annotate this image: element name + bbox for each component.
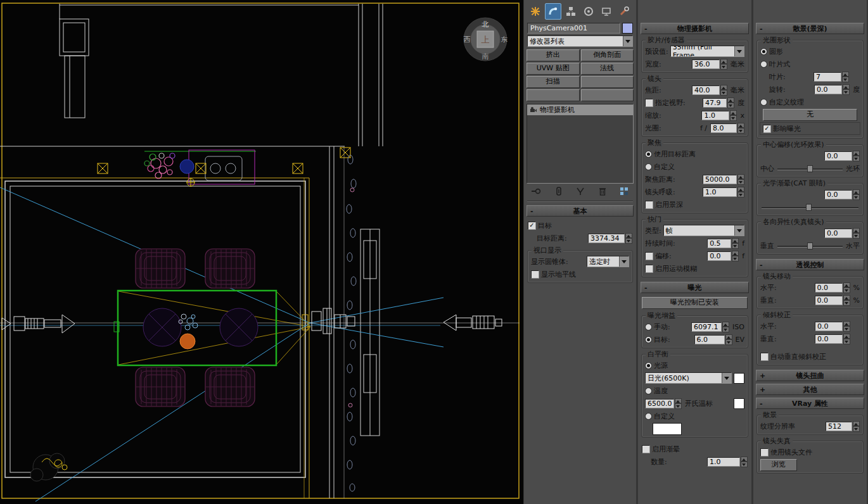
modifier-stack[interactable]: 物理摄影机 xyxy=(527,104,634,184)
spin-down-icon[interactable] xyxy=(625,238,632,244)
wb-light-color-swatch[interactable] xyxy=(734,373,744,384)
fov-field[interactable]: 47.9 xyxy=(703,98,727,108)
light-source-radio[interactable] xyxy=(645,362,652,369)
spinner[interactable] xyxy=(843,295,850,306)
enable-motion-blur-checkbox[interactable] xyxy=(645,265,653,273)
slider-handle[interactable] xyxy=(807,165,813,172)
spinner[interactable] xyxy=(720,85,727,96)
spin-up-icon[interactable] xyxy=(737,123,744,129)
spin-up-icon[interactable] xyxy=(625,233,632,239)
viewport-canvas[interactable]: 北 西 东 南 上 xyxy=(0,0,523,504)
tab-hierarchy[interactable] xyxy=(563,3,579,20)
compass-top-label[interactable]: 上 xyxy=(482,35,490,44)
film-width-field[interactable]: 36.0 xyxy=(692,60,720,69)
target-distance-field[interactable]: 3374.34 xyxy=(588,234,625,243)
wb-temp-color-swatch[interactable] xyxy=(734,398,744,409)
manual-iso-field[interactable]: 6097.1 xyxy=(691,322,722,332)
spin-down-icon[interactable] xyxy=(842,77,849,82)
spinner[interactable] xyxy=(737,123,744,134)
spinner[interactable] xyxy=(625,233,632,244)
spin-down-icon[interactable] xyxy=(730,115,737,121)
spin-down-icon[interactable] xyxy=(737,192,744,198)
spin-down-icon[interactable] xyxy=(732,256,739,261)
spin-down-icon[interactable] xyxy=(843,326,850,332)
show-horizon-checkbox[interactable] xyxy=(531,270,539,279)
chevron-down-icon[interactable] xyxy=(734,225,744,236)
spinner[interactable] xyxy=(730,110,737,121)
spinner[interactable] xyxy=(853,421,860,432)
spin-down-icon[interactable] xyxy=(720,90,727,96)
spinner[interactable] xyxy=(737,187,744,198)
optical-vignetting-field[interactable]: 0.0 xyxy=(824,190,852,199)
spin-up-icon[interactable] xyxy=(843,282,850,288)
use-target-distance-radio[interactable] xyxy=(645,151,652,158)
shift-vertical-field[interactable]: 0.0 xyxy=(815,296,843,305)
exposure-control-installed-button[interactable]: 曝光控制已安装 xyxy=(642,297,748,309)
tab-utilities[interactable] xyxy=(616,3,632,20)
browse-button[interactable]: 浏览 xyxy=(760,459,797,471)
lens-breathing-field[interactable]: 1.0 xyxy=(703,187,737,197)
show-end-result-icon[interactable] xyxy=(554,187,563,196)
show-cone-dropdown[interactable]: 选定时 xyxy=(587,256,629,267)
aperture-field[interactable]: 8.0 xyxy=(710,123,737,133)
spinner[interactable] xyxy=(720,59,727,70)
spin-down-icon[interactable] xyxy=(675,403,682,409)
spinner[interactable] xyxy=(843,282,850,293)
spin-down-icon[interactable] xyxy=(725,339,732,345)
custom-texture-radio[interactable] xyxy=(760,99,767,106)
spin-up-icon[interactable] xyxy=(727,98,734,103)
spinner[interactable] xyxy=(843,84,850,95)
spin-up-icon[interactable] xyxy=(732,238,739,244)
sweep-button[interactable]: 扫描 xyxy=(527,76,580,88)
spin-down-icon[interactable] xyxy=(843,287,850,293)
spinner[interactable] xyxy=(853,151,860,161)
spinner[interactable] xyxy=(732,238,739,249)
vignetting-amount-field[interactable]: 1.0 xyxy=(707,457,740,467)
manual-iso-radio[interactable] xyxy=(645,324,652,331)
rollout-header-basic[interactable]: - 基本 xyxy=(527,205,634,217)
empty-modifier-button[interactable] xyxy=(527,89,580,101)
temperature-radio[interactable] xyxy=(645,387,652,394)
spin-down-icon[interactable] xyxy=(853,233,860,239)
spinner[interactable] xyxy=(741,457,748,467)
chevron-down-icon[interactable] xyxy=(623,36,632,46)
auto-vertical-tilt-checkbox[interactable] xyxy=(760,353,769,361)
blue-sphere[interactable] xyxy=(180,160,194,173)
make-unique-icon[interactable] xyxy=(576,187,585,196)
remove-modifier-icon[interactable] xyxy=(598,187,607,196)
spin-down-icon[interactable] xyxy=(732,243,739,249)
zoom-field[interactable]: 1.0 xyxy=(701,111,729,120)
rollout-header-bokeh[interactable]: - 散景(景深) xyxy=(756,23,864,34)
target-checkbox[interactable]: ✓ xyxy=(528,222,536,230)
spin-up-icon[interactable] xyxy=(853,151,860,156)
slider-handle[interactable] xyxy=(806,204,812,211)
offset-field[interactable]: 0.0 xyxy=(707,251,731,261)
spinner[interactable] xyxy=(842,72,849,82)
spin-down-icon[interactable] xyxy=(741,462,748,467)
stack-item-physcamera[interactable]: 物理摄影机 xyxy=(527,104,633,115)
configure-modifier-sets-icon[interactable] xyxy=(620,187,629,196)
spin-up-icon[interactable] xyxy=(720,85,727,91)
spinner[interactable] xyxy=(727,98,734,108)
spinner[interactable] xyxy=(853,228,860,239)
custom-focus-radio[interactable] xyxy=(645,163,652,170)
rotation-field[interactable]: 0.0 xyxy=(814,85,842,94)
spin-up-icon[interactable] xyxy=(737,174,744,180)
spin-down-icon[interactable] xyxy=(853,194,860,200)
chevron-down-icon[interactable] xyxy=(722,373,731,383)
spin-up-icon[interactable] xyxy=(853,421,860,427)
shift-horizontal-field[interactable]: 0.0 xyxy=(815,283,843,293)
spin-up-icon[interactable] xyxy=(737,187,744,192)
compass-south-label[interactable]: 南 xyxy=(482,53,489,61)
slider-handle[interactable] xyxy=(807,243,813,249)
shutter-type-dropdown[interactable]: 帧 xyxy=(663,225,744,236)
tab-create[interactable] xyxy=(527,3,544,20)
spin-down-icon[interactable] xyxy=(727,103,734,108)
optical-vignetting-slider[interactable] xyxy=(762,204,858,211)
circular-aperture-radio[interactable] xyxy=(760,48,767,55)
spin-up-icon[interactable] xyxy=(853,189,860,195)
spin-up-icon[interactable] xyxy=(720,59,727,65)
spinner[interactable] xyxy=(722,322,729,332)
chevron-down-icon[interactable] xyxy=(734,46,744,56)
rollout-header-exposure[interactable]: - 曝光 xyxy=(641,282,749,293)
